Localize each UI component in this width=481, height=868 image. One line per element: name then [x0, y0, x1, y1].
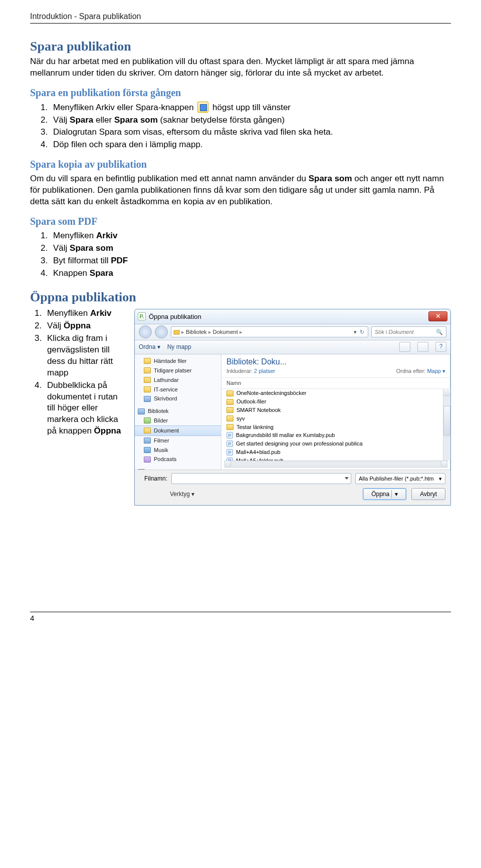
dropdown-icon[interactable]: ▾	[354, 328, 357, 336]
step-4: Knappen Spara	[50, 268, 451, 279]
step-4: Döp filen och spara den i lämplig mapp.	[50, 139, 451, 151]
view-mode-button[interactable]	[399, 342, 410, 352]
folder-icon	[226, 407, 233, 413]
text: Menyfliken	[53, 231, 96, 240]
chevron-right-icon: ▸	[208, 328, 211, 336]
chevron-down-icon: ▾	[391, 490, 398, 498]
folder-icon	[226, 424, 233, 430]
list-item[interactable]: SMART Notebook	[221, 406, 443, 414]
filename-input[interactable]	[171, 473, 351, 484]
forward-button[interactable]	[155, 325, 168, 338]
text: Alla Publisher-filer (*.pub;*.htm	[359, 475, 434, 483]
filetype-select[interactable]: Alla Publisher-filer (*.pub;*.htm▾	[355, 473, 445, 484]
text: Spara	[90, 268, 113, 278]
file-list[interactable]: OneNote-anteckningsböckerOutlook-filerSM…	[221, 389, 443, 461]
open-button[interactable]: Öppna▾	[363, 488, 406, 500]
refresh-icon[interactable]: ↻	[358, 328, 366, 336]
chevron-right-icon: ▸	[181, 328, 184, 336]
text: Dator	[148, 468, 161, 470]
scroll-left-icon[interactable]	[225, 461, 231, 467]
sidebar-group-dator[interactable]: Dator	[135, 467, 221, 470]
text: Filmer	[154, 437, 169, 445]
sidebar-item[interactable]: Musik	[135, 446, 221, 455]
text: Spara som	[70, 243, 113, 253]
sidebar-item[interactable]: Bilder	[135, 416, 221, 425]
back-button[interactable]	[139, 325, 152, 338]
text: Öppna	[64, 321, 91, 330]
sidebar-item[interactable]: Hämtade filer	[135, 356, 221, 366]
library-title: Bibliotek: Doku...	[226, 356, 287, 367]
new-folder-button[interactable]: Ny mapp	[167, 343, 191, 351]
search-input[interactable]: Sök i Dokument 🔍	[371, 326, 446, 337]
scroll-right-icon[interactable]	[441, 461, 447, 467]
cancel-button[interactable]: Avbryt	[411, 488, 445, 500]
folder-icon	[144, 377, 151, 383]
step-2: Välj Spara som	[50, 243, 451, 254]
horizontal-scrollbar[interactable]	[224, 461, 447, 468]
text: Lathundar	[154, 376, 179, 384]
publisher-file-icon: P	[226, 449, 233, 456]
vertical-scrollbar[interactable]	[443, 389, 450, 461]
sidebar-group-bibliotek[interactable]: Bibliotek	[135, 406, 221, 416]
sidebar-item[interactable]: Filmer	[135, 436, 221, 446]
text: högst upp till vänster	[210, 103, 291, 112]
dialog-titlebar[interactable]: P. Öppna publikation ✕	[135, 309, 450, 324]
intro-paragraph: När du har arbetat med en publikation vi…	[30, 56, 451, 79]
save-icon	[197, 102, 208, 113]
file-name: SMART Notebook	[236, 406, 281, 414]
crumb-dokument[interactable]: Dokument	[213, 328, 238, 336]
publisher-file-icon: P	[226, 432, 233, 439]
sidebar-item[interactable]: Skrivbord	[135, 394, 221, 403]
column-header-name[interactable]: Namn	[221, 378, 450, 389]
step-1: Menyfliken Arkiv	[44, 308, 125, 319]
breadcrumb-bar[interactable]: ▸ Bibliotek ▸ Dokument ▸ ▾ ↻	[171, 326, 368, 337]
text: Arkiv	[90, 308, 112, 318]
list-item[interactable]: PBakgrundsbild till mallar ex Kumlaby.pu…	[221, 431, 443, 440]
list-item[interactable]: OneNote-anteckningsböcker	[221, 389, 443, 397]
page-number: 4	[30, 614, 34, 622]
page-header: Introduktion - Spara publikation	[30, 11, 451, 24]
pictures-icon	[144, 417, 151, 423]
steps-oppna: Menyfliken Arkiv Välj Öppna Klicka dig f…	[44, 308, 125, 437]
list-item[interactable]: Testar länkning	[221, 423, 443, 431]
dialog-sidebar: Hämtade filer Tidigare platser Lathundar…	[135, 354, 221, 470]
list-item[interactable]: PMall+A5+folder.pub	[221, 457, 443, 461]
tools-menu[interactable]: Verktyg ▾	[170, 490, 194, 498]
sidebar-item[interactable]: IT-service	[135, 385, 221, 394]
list-item[interactable]: PMall+A4+blad.pub	[221, 448, 443, 457]
address-bar-row: ▸ Bibliotek ▸ Dokument ▸ ▾ ↻ Sök i Dokum…	[135, 324, 450, 340]
close-button[interactable]: ✕	[428, 311, 447, 321]
heading-forsta-gangen: Spara en publikation första gången	[30, 86, 451, 100]
sort-by-link[interactable]: Mapp ▾	[427, 368, 445, 374]
sidebar-item[interactable]: Podcasts	[135, 455, 221, 464]
preview-pane-button[interactable]	[417, 342, 428, 352]
text: Bilder	[154, 417, 168, 424]
folder-icon	[226, 390, 233, 396]
organize-menu[interactable]: Ordna ▾	[139, 343, 160, 351]
text: Välj	[53, 243, 70, 253]
step-2: Välj Spara eller Spara som (saknar betyd…	[50, 115, 451, 126]
documents-icon	[144, 427, 151, 433]
filename-label: Filnamn:	[140, 475, 167, 483]
list-item[interactable]: syv	[221, 414, 443, 423]
sidebar-item[interactable]: Tidigare platser	[135, 366, 221, 375]
text: Bibliotek	[148, 407, 169, 415]
sidebar-item-dokument[interactable]: Dokument	[135, 425, 221, 436]
file-name: Get started designing your own professio…	[236, 440, 363, 448]
file-name: Mall+A5+folder.pub	[236, 457, 284, 461]
scroll-thumb[interactable]	[443, 406, 450, 436]
help-button[interactable]: ?	[435, 342, 446, 352]
text: PDF	[111, 256, 128, 265]
dialog-title: Öppna publikation	[149, 312, 428, 321]
list-item[interactable]: PGet started designing your own professi…	[221, 440, 443, 448]
file-name: OneNote-anteckningsböcker	[236, 389, 306, 397]
folder-icon	[144, 358, 151, 364]
file-name: Bakgrundsbild till mallar ex Kumlaby.pub	[236, 431, 335, 439]
list-item[interactable]: Outlook-filer	[221, 397, 443, 406]
step-2: Välj Öppna	[44, 320, 125, 332]
sidebar-item[interactable]: Lathundar	[135, 375, 221, 385]
dialog-toolbar: Ordna ▾ Ny mapp ?	[135, 340, 450, 354]
scroll-up-icon[interactable]	[443, 389, 450, 396]
places-link[interactable]: 2 platser	[254, 368, 275, 374]
crumb-bibliotek[interactable]: Bibliotek	[186, 328, 207, 336]
